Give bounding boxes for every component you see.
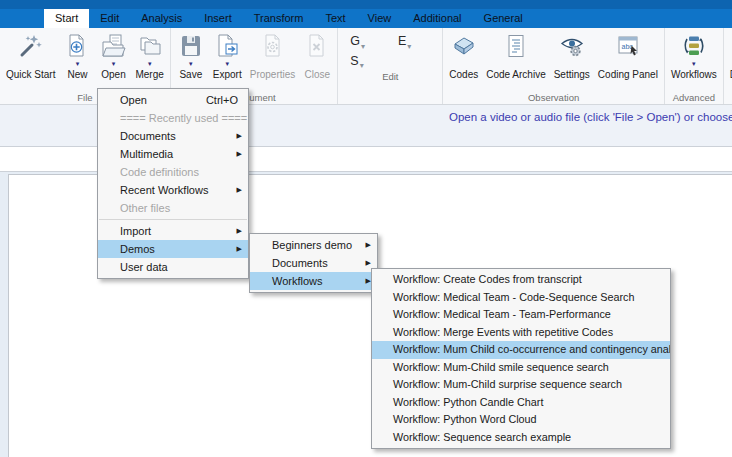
ribbon-group-help: ? ▾ Documentation Help: [724, 28, 732, 104]
menu-item-user-data[interactable]: User data: [98, 258, 248, 276]
menu-item-demos-workflows[interactable]: Workflows ▶: [250, 272, 377, 290]
new-document-icon: [64, 31, 90, 61]
workflow-boxes-icon: [681, 31, 707, 61]
ribbon-group-edit: G▾ E▾ S▾ Edit: [338, 28, 443, 104]
menu-item-recently-used-header: ==== Recently used ====: [98, 109, 248, 127]
menu-item-other-files: Other files: [98, 199, 248, 217]
export-button[interactable]: ▾ Export: [209, 30, 246, 81]
ribbon-tab-bar: Start Edit Analysis Insert Transform Tex…: [0, 9, 732, 28]
e-dropdown-button[interactable]: E▾: [398, 34, 430, 51]
submenu-arrow-icon: ▶: [237, 181, 242, 199]
menu-item-multimedia[interactable]: Multimedia ▶: [98, 145, 248, 163]
menu-separator: [99, 219, 247, 220]
menu-item-beginners-demo[interactable]: Beginners demo ▶: [250, 236, 377, 254]
tab-view[interactable]: View: [357, 9, 403, 28]
save-button[interactable]: ▾ Save: [173, 30, 209, 81]
dropdown-arrow-icon: ▾: [189, 61, 193, 68]
open-button[interactable]: ▾ Open: [95, 30, 131, 81]
menu-item-workflow-merge-events[interactable]: Workflow: Merge Events with repetitive C…: [372, 324, 670, 342]
coding-panel-icon: abc: [615, 31, 641, 61]
s-dropdown-button[interactable]: S▾: [350, 54, 384, 71]
documentation-button[interactable]: ? ▾ Documentation: [726, 30, 732, 81]
demos-submenu: Beginners demo ▶ Documents ▶ Workflows ▶: [249, 233, 378, 293]
menu-item-code-definitions: Code definitions: [98, 163, 248, 181]
dropdown-arrow-icon: ▾: [226, 61, 230, 68]
codes-button[interactable]: Codes: [445, 30, 482, 81]
export-document-icon: [214, 31, 240, 61]
open-dropdown-menu: Open Ctrl+O ==== Recently used ==== Docu…: [97, 88, 249, 279]
submenu-arrow-icon: ▶: [237, 240, 242, 258]
open-file-hint-text: Open a video or audio file (click 'File …: [449, 111, 732, 123]
application-window: Start Edit Analysis Insert Transform Tex…: [0, 0, 732, 457]
dropdown-arrow-icon: ▾: [692, 61, 696, 68]
close-button[interactable]: Close: [299, 30, 335, 81]
group-label-help: Help: [726, 91, 732, 104]
keyboard-key-icon: [451, 31, 477, 61]
group-label-observation: Observation: [445, 91, 662, 104]
submenu-arrow-icon: ▶: [237, 222, 242, 240]
menu-item-workflow-mum-child-surprise[interactable]: Workflow: Mum-Child surprise sequence se…: [372, 376, 670, 394]
menu-item-import[interactable]: Import ▶: [98, 222, 248, 240]
g-dropdown-button[interactable]: G▾: [350, 34, 384, 51]
tab-transform[interactable]: Transform: [243, 9, 315, 28]
save-floppy-icon: [178, 31, 204, 61]
dropdown-arrow-icon: ▾: [112, 61, 116, 68]
group-label-edit: Edit: [340, 70, 440, 83]
dropdown-arrow-icon: ▾: [361, 42, 365, 51]
submenu-arrow-icon: ▶: [237, 127, 242, 145]
tab-analysis[interactable]: Analysis: [130, 9, 193, 28]
tab-general[interactable]: General: [473, 9, 534, 28]
group-label-advanced: Advanced: [667, 91, 721, 104]
ribbon-group-advanced: ▾ Workflows Advanced: [665, 28, 724, 104]
menu-item-workflow-create-codes[interactable]: Workflow: Create Codes from transcript: [372, 271, 670, 289]
new-button[interactable]: ▾ New: [59, 30, 95, 81]
menu-item-workflow-sequence-search[interactable]: Workflow: Sequence search example: [372, 429, 670, 447]
code-archive-button[interactable]: Code Archive: [482, 30, 549, 81]
shortcut-label: Ctrl+O: [206, 91, 238, 109]
menu-item-workflow-python-word-cloud[interactable]: Workflow: Python Word Cloud: [372, 411, 670, 429]
open-folder-icon: [100, 31, 126, 61]
menu-item-workflow-medical-code-sequence[interactable]: Workflow: Medical Team - Code-Sequence S…: [372, 289, 670, 307]
workflows-button[interactable]: ▾ Workflows: [667, 30, 721, 81]
tab-edit[interactable]: Edit: [89, 9, 130, 28]
submenu-arrow-icon: ▶: [237, 145, 242, 163]
menu-item-demos-documents[interactable]: Documents ▶: [250, 254, 377, 272]
magic-wand-icon: [18, 31, 44, 61]
dropdown-arrow-icon: ▾: [148, 61, 152, 68]
dropdown-arrow-icon: ▾: [76, 61, 80, 68]
menu-item-documents[interactable]: Documents ▶: [98, 127, 248, 145]
tab-insert[interactable]: Insert: [193, 9, 243, 28]
ribbon-group-observation: Codes Code Archive: [443, 28, 665, 104]
tab-start[interactable]: Start: [44, 9, 89, 28]
menu-item-workflow-python-candle-chart[interactable]: Workflow: Python Candle Chart: [372, 394, 670, 412]
menu-item-recent-workflows[interactable]: Recent Workflows ▶: [98, 181, 248, 199]
dropdown-arrow-icon: ▾: [360, 61, 364, 70]
submenu-arrow-icon: ▶: [366, 236, 371, 254]
menu-item-demos[interactable]: Demos ▶: [98, 240, 248, 258]
tab-additional[interactable]: Additional: [402, 9, 472, 28]
menu-item-workflow-mum-child-cooccurrence[interactable]: Workflow: Mum Child co-occurrence and co…: [372, 341, 670, 359]
close-document-icon: [304, 31, 330, 61]
quick-start-button[interactable]: Quick Start: [2, 30, 59, 81]
workflows-submenu: Workflow: Create Codes from transcript W…: [371, 268, 671, 449]
code-archive-icon: [503, 31, 529, 61]
dropdown-arrow-icon: ▾: [407, 42, 411, 51]
menu-item-open[interactable]: Open Ctrl+O: [98, 91, 248, 109]
menu-item-workflow-medical-team-performance[interactable]: Workflow: Medical Team - Team-Performanc…: [372, 306, 670, 324]
properties-document-icon: [260, 31, 286, 61]
settings-button[interactable]: Settings: [550, 30, 594, 81]
merge-folders-icon: [137, 31, 163, 61]
eye-gear-icon: [559, 31, 585, 61]
menu-item-workflow-mum-child-smile[interactable]: Workflow: Mum-Child smile sequence searc…: [372, 359, 670, 377]
merge-button[interactable]: ▾ Merge: [131, 30, 167, 81]
coding-panel-button[interactable]: abc Coding Panel: [594, 30, 662, 81]
title-bar: [0, 0, 732, 9]
tab-text[interactable]: Text: [314, 9, 356, 28]
properties-button[interactable]: Properties: [246, 30, 300, 81]
